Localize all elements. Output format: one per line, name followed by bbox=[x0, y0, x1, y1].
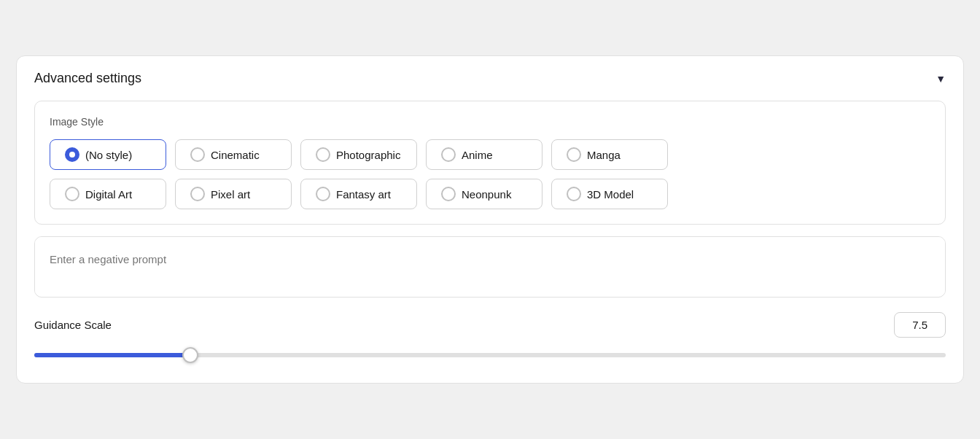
style-option-cinematic[interactable]: Cinematic bbox=[175, 139, 292, 170]
style-label-manga: Manga bbox=[587, 149, 621, 161]
style-option-neonpunk[interactable]: Neonpunk bbox=[426, 179, 542, 209]
style-label-neonpunk: Neonpunk bbox=[462, 188, 511, 201]
guidance-scale-section: Guidance Scale 7.5 bbox=[34, 309, 946, 362]
style-label-fantasy-art: Fantasy art bbox=[336, 188, 391, 201]
advanced-settings-panel: Advanced settings ▼ Image Style (No styl… bbox=[16, 55, 964, 384]
style-label-digital-art: Digital Art bbox=[85, 188, 132, 201]
style-grid: (No style) Cinematic Photographic Anime … bbox=[50, 139, 930, 209]
guidance-scale-slider-container bbox=[34, 348, 946, 362]
image-style-label: Image Style bbox=[50, 116, 930, 128]
panel-header: Advanced settings ▼ bbox=[34, 71, 946, 86]
negative-prompt-box bbox=[34, 236, 946, 298]
radio-manga bbox=[567, 147, 581, 162]
guidance-scale-track[interactable] bbox=[34, 353, 946, 357]
guidance-scale-thumb[interactable] bbox=[182, 347, 198, 363]
radio-digital-art bbox=[65, 187, 79, 201]
style-option-photographic[interactable]: Photographic bbox=[300, 139, 417, 170]
radio-cinematic bbox=[190, 147, 205, 162]
style-label-cinematic: Cinematic bbox=[211, 149, 260, 161]
radio-pixel-art bbox=[190, 187, 205, 201]
style-option-anime[interactable]: Anime bbox=[426, 139, 542, 170]
style-option-pixel-art[interactable]: Pixel art bbox=[175, 179, 292, 209]
guidance-scale-fill bbox=[34, 353, 190, 357]
style-option-fantasy-art[interactable]: Fantasy art bbox=[300, 179, 417, 209]
style-label-pixel-art: Pixel art bbox=[211, 188, 250, 201]
style-option-manga[interactable]: Manga bbox=[551, 139, 668, 170]
radio-neonpunk bbox=[441, 187, 456, 201]
radio-fantasy-art bbox=[316, 187, 330, 201]
style-option-3d-model[interactable]: 3D Model bbox=[551, 179, 668, 209]
style-label-no-style: (No style) bbox=[85, 149, 132, 161]
guidance-header: Guidance Scale 7.5 bbox=[34, 312, 946, 338]
chevron-down-icon[interactable]: ▼ bbox=[936, 73, 946, 85]
radio-no-style bbox=[65, 147, 79, 162]
style-row-1: (No style) Cinematic Photographic Anime … bbox=[50, 139, 930, 170]
radio-photographic bbox=[316, 147, 330, 162]
style-row-2: Digital Art Pixel art Fantasy art Neonpu… bbox=[50, 179, 930, 209]
image-style-section: Image Style (No style) Cinematic Photogr… bbox=[34, 101, 946, 225]
style-option-no-style[interactable]: (No style) bbox=[50, 139, 166, 170]
guidance-scale-value[interactable]: 7.5 bbox=[894, 312, 946, 338]
style-label-photographic: Photographic bbox=[336, 149, 400, 161]
radio-anime bbox=[441, 147, 456, 162]
radio-3d-model bbox=[567, 187, 581, 201]
style-option-digital-art[interactable]: Digital Art bbox=[50, 179, 166, 209]
negative-prompt-input[interactable] bbox=[35, 237, 945, 294]
panel-title: Advanced settings bbox=[34, 71, 141, 86]
style-label-3d-model: 3D Model bbox=[587, 188, 634, 201]
guidance-scale-label: Guidance Scale bbox=[34, 319, 112, 331]
style-label-anime: Anime bbox=[462, 149, 493, 161]
